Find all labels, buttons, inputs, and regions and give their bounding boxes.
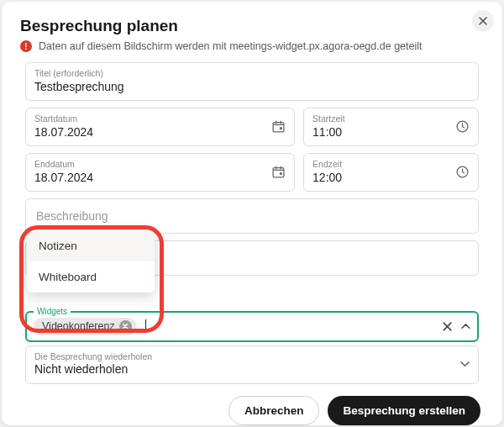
calendar-icon	[271, 119, 286, 134]
repeat-value: Nicht wiederholen	[34, 362, 460, 377]
dropdown-option-notizen[interactable]: Notizen	[27, 230, 155, 261]
text-cursor	[145, 319, 146, 333]
widgets-dropdown: Notizen Whiteboard	[27, 230, 155, 293]
chip-remove-button[interactable]	[119, 320, 132, 333]
expand-button[interactable]	[460, 361, 470, 367]
starttime-label: Startzeit	[312, 113, 455, 124]
create-meeting-button[interactable]: Besprechung erstellen	[328, 396, 480, 425]
svg-rect-1	[280, 127, 282, 129]
startdate-value: 18.07.2024	[34, 125, 271, 140]
endtime-field[interactable]: Endzeit 12:00	[303, 153, 479, 192]
warning-text: Daten auf diesem Bildschirm werden mit m…	[39, 40, 422, 52]
close-icon	[478, 16, 488, 26]
endtime-value: 12:00	[312, 171, 455, 186]
starttime-value: 11:00	[312, 125, 455, 140]
calendar-icon	[271, 165, 286, 179]
data-sharing-warning: ! Daten auf diesem Bildschirm werden mit…	[20, 40, 484, 52]
widgets-label: Widgets	[34, 307, 71, 316]
chip-label: Videokonferenz	[42, 320, 115, 332]
title-label: Titel (erforderlich)	[34, 68, 103, 79]
startdate-label: Startdatum	[34, 113, 271, 124]
title-field[interactable]: Titel (erforderlich) Testbesprechung	[25, 62, 479, 101]
endtime-label: Endzeit	[312, 159, 455, 170]
enddate-label: Enddatum	[34, 159, 271, 170]
title-value: Testbesprechung	[34, 80, 124, 95]
widgets-field[interactable]: Widgets Videokonferenz	[25, 311, 479, 342]
enddate-value: 18.07.2024	[34, 171, 271, 186]
widget-chip-videokonferenz: Videokonferenz	[34, 318, 137, 335]
svg-rect-4	[280, 172, 282, 175]
svg-rect-3	[273, 168, 284, 177]
close-icon	[122, 323, 129, 329]
collapse-button[interactable]	[461, 324, 470, 329]
chevron-down-icon	[460, 361, 470, 367]
enddate-field[interactable]: Enddatum 18.07.2024	[25, 153, 295, 192]
chevron-up-icon	[461, 324, 470, 329]
warning-icon: !	[20, 40, 32, 52]
schedule-meeting-dialog: Besprechung planen ! Daten auf diesem Bi…	[2, 2, 502, 425]
startdate-field[interactable]: Startdatum 18.07.2024	[25, 108, 295, 146]
svg-rect-0	[273, 123, 284, 132]
dialog-footer: Abbrechen Besprechung erstellen	[20, 396, 484, 425]
close-button[interactable]	[472, 10, 494, 32]
clock-icon	[455, 119, 470, 134]
repeat-field[interactable]: Die Besprechung wiederholen Nicht wieder…	[25, 345, 479, 384]
description-field[interactable]: Beschreibung	[25, 198, 479, 234]
clock-icon	[455, 165, 470, 179]
cancel-button[interactable]: Abbrechen	[228, 396, 320, 425]
description-placeholder: Beschreibung	[36, 209, 108, 223]
dropdown-option-whiteboard[interactable]: Whiteboard	[27, 261, 155, 293]
close-icon	[442, 321, 453, 332]
starttime-field[interactable]: Startzeit 11:00	[303, 108, 479, 146]
dialog-title: Besprechung planen	[20, 17, 484, 35]
clear-button[interactable]	[442, 321, 453, 332]
repeat-label: Die Besprechung wiederholen	[34, 351, 460, 362]
